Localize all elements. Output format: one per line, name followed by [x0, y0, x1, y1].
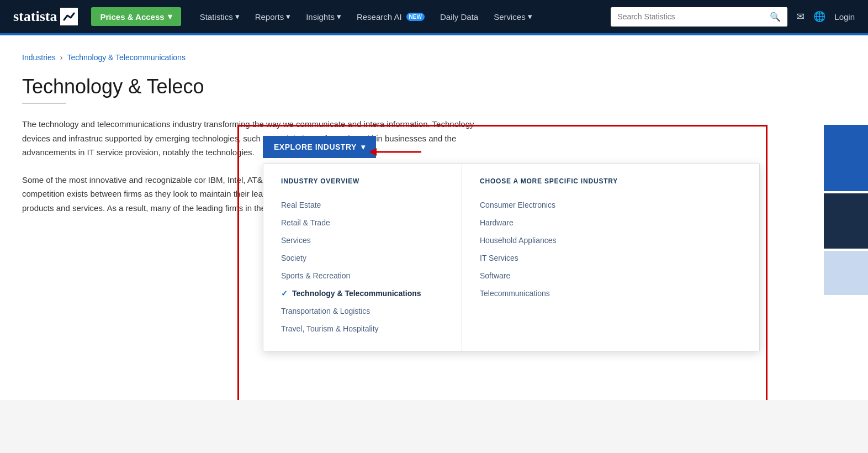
checkmark-icon: ✓ — [281, 289, 288, 298]
statistics-chevron-icon: ▾ — [235, 12, 240, 22]
list-item[interactable]: Telecommunications — [480, 285, 742, 302]
logo-text: statista — [13, 8, 57, 25]
sidebar-block-light — [824, 251, 868, 295]
list-item[interactable]: Consumer Electronics — [480, 196, 742, 214]
dropdown-left-panel: INDUSTRY OVERVIEW Real Estate Retail & T… — [263, 164, 462, 351]
list-item[interactable]: Sports & Recreation — [281, 267, 448, 285]
sidebar-blocks — [824, 125, 868, 295]
list-item[interactable]: Software — [480, 267, 742, 285]
specific-industry-label: Software — [480, 271, 510, 280]
explore-industry-button[interactable]: EXPLORE INDUSTRY ▾ — [263, 136, 376, 158]
sidebar-block-dark — [824, 193, 868, 249]
specific-industry-label: Telecommunications — [480, 289, 550, 298]
title-underline — [22, 103, 66, 104]
nav-insights[interactable]: Insights ▾ — [298, 0, 349, 33]
industry-list: Real Estate Retail & Trade Services Soci… — [281, 196, 448, 338]
industry-label: Travel, Tourism & Hospitality — [281, 324, 379, 333]
explore-chevron-icon: ▾ — [361, 143, 366, 151]
nav-statistics[interactable]: Statistics ▾ — [192, 0, 247, 33]
explore-industry-label: EXPLORE INDUSTRY — [274, 143, 357, 151]
main-content: Industries › Technology & Telecommunicat… — [0, 35, 868, 400]
list-item[interactable]: Services — [281, 231, 448, 249]
specific-industry-title: CHOOSE A MORE SPECIFIC INDUSTRY — [480, 177, 742, 185]
nav-daily-data[interactable]: Daily Data — [432, 0, 486, 33]
list-item[interactable]: Hardware — [480, 214, 742, 231]
industry-overview-title: INDUSTRY OVERVIEW — [281, 177, 448, 185]
prices-chevron-icon: ▾ — [168, 12, 172, 22]
explore-dropdown: INDUSTRY OVERVIEW Real Estate Retail & T… — [263, 164, 760, 351]
dropdown-right-panel: CHOOSE A MORE SPECIFIC INDUSTRY Consumer… — [462, 164, 759, 351]
specific-industry-label: Consumer Electronics — [480, 201, 555, 209]
search-icon: 🔍 — [770, 12, 781, 22]
breadcrumb-separator: › — [60, 53, 63, 62]
page-title: Technology & Teleco — [22, 75, 846, 98]
specific-industry-label: Household Appliances — [480, 236, 557, 245]
services-chevron-icon: ▾ — [528, 12, 532, 22]
breadcrumb: Industries › Technology & Telecommunicat… — [22, 53, 846, 62]
prices-access-label: Prices & Access — [100, 12, 164, 22]
new-badge: NEW — [406, 13, 425, 21]
nav-research-ai[interactable]: Research AI NEW — [349, 0, 432, 33]
page-description-1: The technology and telecommunications in… — [22, 117, 486, 160]
list-item[interactable]: Transportation & Logistics — [281, 302, 448, 320]
specific-industry-list: Consumer Electronics Hardware Household … — [480, 196, 742, 302]
insights-chevron-icon: ▾ — [337, 12, 341, 22]
prices-access-button[interactable]: Prices & Access ▾ — [91, 7, 181, 26]
industry-label: Real Estate — [281, 201, 321, 209]
industry-label: Sports & Recreation — [281, 271, 350, 280]
list-item[interactable]: Real Estate — [281, 196, 448, 214]
list-item-active[interactable]: ✓ Technology & Telecommunications — [281, 285, 448, 302]
breadcrumb-industries[interactable]: Industries — [22, 53, 56, 62]
globe-icon[interactable]: 🌐 — [813, 10, 825, 23]
list-item[interactable]: IT Services — [480, 249, 742, 267]
search-button[interactable]: 🔍 — [763, 7, 787, 27]
nav-services[interactable]: Services ▾ — [486, 0, 540, 33]
nav-items: Statistics ▾ Reports ▾ Insights ▾ Resear… — [192, 0, 611, 33]
industry-label: Services — [281, 236, 311, 245]
list-item[interactable]: Retail & Trade — [281, 214, 448, 231]
nav-reports[interactable]: Reports ▾ — [247, 0, 299, 33]
industry-label: Retail & Trade — [281, 218, 330, 227]
specific-industry-label: IT Services — [480, 254, 518, 262]
navbar-right: 🔍 ✉ 🌐 Login — [611, 7, 855, 27]
mail-icon[interactable]: ✉ — [796, 10, 805, 23]
list-item[interactable]: Travel, Tourism & Hospitality — [281, 320, 448, 338]
industry-list-scroll[interactable]: Real Estate Retail & Trade Services Soci… — [281, 196, 448, 338]
list-item[interactable]: Society — [281, 249, 448, 267]
industry-label: Transportation & Logistics — [281, 307, 370, 315]
sidebar-block-blue — [824, 125, 868, 191]
logo-icon — [60, 8, 78, 25]
search-input[interactable] — [611, 8, 763, 25]
login-button[interactable]: Login — [834, 12, 855, 22]
navbar: statista Prices & Access ▾ Statistics ▾ … — [0, 0, 868, 33]
industry-label: Society — [281, 254, 306, 262]
reports-chevron-icon: ▾ — [286, 12, 290, 22]
industry-label-active: Technology & Telecommunications — [292, 289, 421, 298]
search-box: 🔍 — [611, 7, 787, 27]
logo[interactable]: statista — [13, 8, 78, 25]
specific-industry-label: Hardware — [480, 218, 514, 227]
list-item[interactable]: Household Appliances — [480, 231, 742, 249]
breadcrumb-current: Technology & Telecommunications — [67, 53, 186, 62]
